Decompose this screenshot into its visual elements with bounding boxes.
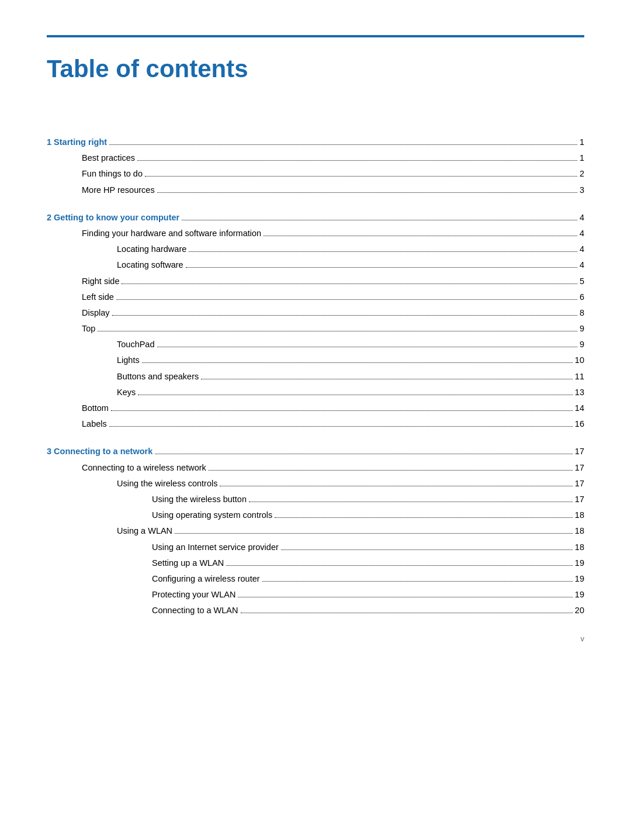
page-footer: v <box>581 634 585 643</box>
section-title: Locating software <box>117 258 183 272</box>
toc-dots <box>264 236 577 236</box>
section-title: Setting up a WLAN <box>152 556 224 570</box>
toc-page-number: 17 <box>575 477 584 490</box>
toc-page-number: 1 <box>580 151 584 165</box>
toc-page-number: 17 <box>575 493 584 506</box>
toc-entry: Lights10 <box>47 354 584 367</box>
toc-dots <box>145 176 577 177</box>
toc-dots <box>175 533 573 534</box>
chapter-title: 3 Connecting to a network <box>47 445 152 458</box>
toc-entry: Using the wireless button17 <box>47 493 584 506</box>
toc-entry: Locating software4 <box>47 258 584 272</box>
toc-page-number: 10 <box>575 354 584 367</box>
toc-page-number: 18 <box>575 509 584 522</box>
toc-container: 1 Starting right1Best practices1Fun thin… <box>47 136 584 617</box>
section-title: Using the wireless button <box>152 493 247 506</box>
section-title: Using a WLAN <box>117 524 172 538</box>
toc-entry: Display8 <box>47 306 584 320</box>
toc-entry: Using an Internet service provider18 <box>47 541 584 554</box>
toc-entry: Fun things to do2 <box>47 167 584 181</box>
section-title: Right side <box>82 275 119 288</box>
toc-page-number: 18 <box>575 524 584 538</box>
toc-page-number: 2 <box>580 167 584 181</box>
toc-dots <box>281 549 573 550</box>
section-title: Connecting to a WLAN <box>152 604 238 617</box>
toc-dots <box>182 220 577 220</box>
section-title: Top <box>82 322 95 336</box>
toc-entry: Bottom14 <box>47 402 584 415</box>
toc-entry: Keys13 <box>47 386 584 399</box>
section-title: Left side <box>82 291 114 304</box>
section-title: Labels <box>82 417 107 431</box>
toc-dots <box>112 315 577 316</box>
toc-page-number: 17 <box>575 445 584 458</box>
toc-dots <box>157 347 577 347</box>
section-title: Display <box>82 306 110 320</box>
toc-page-number: 6 <box>580 291 584 304</box>
toc-page-number: 9 <box>580 338 584 351</box>
toc-entry: Connecting to a wireless network17 <box>47 461 584 475</box>
toc-entry: Setting up a WLAN19 <box>47 556 584 570</box>
section-title: Connecting to a wireless network <box>82 461 206 475</box>
section-title: Protecting your WLAN <box>152 588 235 602</box>
toc-dots <box>157 192 577 193</box>
toc-page-number: 4 <box>580 227 584 240</box>
toc-page-number: 17 <box>575 461 584 475</box>
toc-page-number: 20 <box>575 604 584 617</box>
section-title: Fun things to do <box>82 167 143 181</box>
toc-dots <box>189 251 577 252</box>
top-border <box>47 35 584 37</box>
toc-page-number: 9 <box>580 322 584 336</box>
toc-dots <box>249 502 573 502</box>
toc-entry: Using a WLAN18 <box>47 524 584 538</box>
toc-dots <box>220 486 572 486</box>
section-title: Using an Internet service provider <box>152 541 279 554</box>
toc-dots <box>109 426 573 427</box>
toc-entry: Using operating system controls18 <box>47 509 584 522</box>
toc-entry: More HP resources3 <box>47 184 584 197</box>
toc-dots <box>142 362 573 363</box>
toc-page-number: 11 <box>575 370 584 383</box>
toc-entry: Using the wireless controls17 <box>47 477 584 490</box>
section-title: Locating hardware <box>117 243 186 256</box>
chapter-title: 1 Starting right <box>47 136 107 149</box>
page: Table of contents 1 Starting right1Best … <box>0 0 631 666</box>
toc-entry: 1 Starting right1 <box>47 136 584 149</box>
footer-page-number: v <box>581 634 585 643</box>
toc-page-number: 13 <box>575 386 584 399</box>
toc-dots <box>262 581 573 582</box>
toc-entry: Protecting your WLAN19 <box>47 588 584 602</box>
toc-dots <box>137 160 577 161</box>
toc-dots <box>226 565 573 566</box>
section-title: Finding your hardware and software infor… <box>82 227 261 240</box>
toc-page-number: 14 <box>575 402 584 415</box>
toc-page-number: 19 <box>575 588 584 602</box>
section-title: Lights <box>117 354 140 367</box>
toc-entry: Left side6 <box>47 291 584 304</box>
toc-entry: Labels16 <box>47 417 584 431</box>
toc-page-number: 4 <box>580 258 584 272</box>
toc-page-number: 8 <box>580 306 584 320</box>
page-title: Table of contents <box>47 55 584 89</box>
toc-dots <box>275 517 573 518</box>
section-title: TouchPad <box>117 338 155 351</box>
toc-dots <box>209 470 573 471</box>
toc-dots <box>186 267 577 268</box>
section-title: Keys <box>117 386 136 399</box>
toc-dots <box>241 613 573 613</box>
toc-entry: TouchPad9 <box>47 338 584 351</box>
toc-page-number: 4 <box>580 243 584 256</box>
section-title: More HP resources <box>82 184 155 197</box>
section-title: Buttons and speakers <box>117 370 199 383</box>
toc-entry: Best practices1 <box>47 151 584 165</box>
section-title: Configuring a wireless router <box>152 572 260 586</box>
toc-entry: Locating hardware4 <box>47 243 584 256</box>
section-title: Bottom <box>82 402 109 415</box>
toc-entry: Right side5 <box>47 275 584 288</box>
section-title: Using operating system controls <box>152 509 272 522</box>
toc-dots <box>138 395 573 395</box>
toc-dots <box>116 299 577 300</box>
toc-entry: Connecting to a WLAN20 <box>47 604 584 617</box>
toc-page-number: 4 <box>580 211 584 224</box>
toc-dots <box>201 379 573 379</box>
